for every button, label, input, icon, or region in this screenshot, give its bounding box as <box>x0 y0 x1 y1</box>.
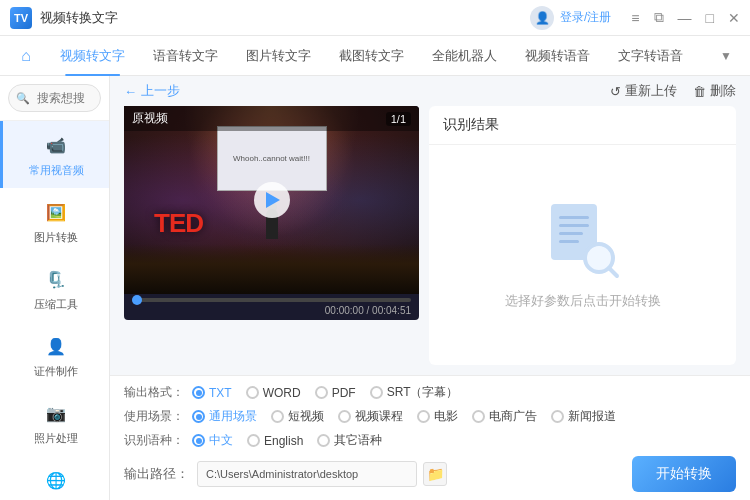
result-header: 识别结果 <box>429 106 736 145</box>
audience-area <box>124 244 419 294</box>
sidebar-item-compress[interactable]: 🗜️ 压缩工具 <box>0 255 109 322</box>
svg-rect-4 <box>559 240 579 243</box>
video-title-label: 原视频 <box>132 110 168 127</box>
back-button[interactable]: ← 上一步 <box>124 82 180 100</box>
sidebar-item-translate[interactable]: 🌐 全能翻译 <box>0 456 109 500</box>
format-srt[interactable]: SRT（字幕） <box>370 384 459 401</box>
lang-other-radio[interactable] <box>317 434 330 447</box>
format-txt[interactable]: TXT <box>192 386 232 400</box>
scene-general-label: 通用场景 <box>209 408 257 425</box>
video-progress-dot <box>132 295 142 305</box>
reupload-button[interactable]: ↺ 重新上传 <box>610 82 677 100</box>
compress-icon: 🗜️ <box>42 265 70 293</box>
scene-movie-label: 电影 <box>434 408 458 425</box>
scene-movie-radio[interactable] <box>417 410 430 423</box>
delete-button[interactable]: 🗑 删除 <box>693 82 736 100</box>
menu-icon[interactable]: ≡ <box>631 10 639 26</box>
home-tab[interactable]: ⌂ <box>10 40 42 72</box>
lang-chinese[interactable]: 中文 <box>192 432 233 449</box>
sidebar-label-id: 证件制作 <box>34 364 78 379</box>
scene-course[interactable]: 视频课程 <box>338 408 403 425</box>
copy-icon[interactable]: ⧉ <box>654 9 664 26</box>
folder-button[interactable]: 📁 <box>423 462 447 486</box>
scene-label: 使用场景： <box>124 408 184 425</box>
search-input[interactable] <box>8 84 101 112</box>
path-row: 输出路径： 📁 开始转换 <box>124 456 736 492</box>
tab-image-to-text[interactable]: 图片转文字 <box>232 36 325 76</box>
sidebar-item-photo[interactable]: 📷 照片处理 <box>0 389 109 456</box>
sidebar-item-id[interactable]: 👤 证件制作 <box>0 322 109 389</box>
video-progress-bar[interactable] <box>132 298 411 302</box>
main-layout: 📹 常用视音频 🖼️ 图片转换 🗜️ 压缩工具 👤 证件制作 📷 照片处理 🌐 … <box>0 76 750 500</box>
lang-row: 识别语种： 中文 English 其它语种 <box>124 432 736 449</box>
back-arrow-icon: ← <box>124 84 137 99</box>
scene-movie[interactable]: 电影 <box>417 408 458 425</box>
sidebar-item-video[interactable]: 📹 常用视音频 <box>0 121 109 188</box>
scene-radio-group: 通用场景 短视频 视频课程 电影 <box>192 408 616 425</box>
lang-chinese-label: 中文 <box>209 432 233 449</box>
lang-english-radio[interactable] <box>247 434 260 447</box>
avatar: 👤 <box>530 6 554 30</box>
tab-video-to-audio[interactable]: 视频转语音 <box>511 36 604 76</box>
path-input[interactable] <box>197 461 417 487</box>
video-container[interactable]: 原视频 1/1 Whooh..cannot wait!!! TED <box>124 106 419 294</box>
format-pdf-label: PDF <box>332 386 356 400</box>
scene-news-radio[interactable] <box>551 410 564 423</box>
photo-icon: 📷 <box>42 399 70 427</box>
tab-video-to-text[interactable]: 视频转文字 <box>46 36 139 76</box>
video-progress-container: 00:00:00 / 00:04:51 <box>124 294 419 320</box>
scene-short-radio[interactable] <box>271 410 284 423</box>
minimize-button[interactable]: — <box>678 10 692 26</box>
scene-short[interactable]: 短视频 <box>271 408 324 425</box>
format-txt-radio[interactable] <box>192 386 205 399</box>
lang-other[interactable]: 其它语种 <box>317 432 382 449</box>
path-input-wrap: 📁 <box>197 461 447 487</box>
play-button[interactable] <box>254 182 290 218</box>
tab-screenshot-to-text[interactable]: 截图转文字 <box>325 36 418 76</box>
app-logo: TV <box>10 7 32 29</box>
scene-news[interactable]: 新闻报道 <box>551 408 616 425</box>
start-convert-button[interactable]: 开始转换 <box>632 456 736 492</box>
result-empty-state: 选择好参数后点击开始转换 <box>429 145 736 365</box>
scene-ecommerce-radio[interactable] <box>472 410 485 423</box>
scene-general[interactable]: 通用场景 <box>192 408 257 425</box>
slide-text: Whooh..cannot wait!!! <box>233 154 310 163</box>
scene-general-radio[interactable] <box>192 410 205 423</box>
sidebar-item-image[interactable]: 🖼️ 图片转换 <box>0 188 109 255</box>
reupload-label: 重新上传 <box>625 82 677 100</box>
window-controls[interactable]: ≡ ⧉ — □ ✕ <box>631 9 740 26</box>
lang-chinese-radio[interactable] <box>192 434 205 447</box>
ted-logo: TED <box>154 208 203 239</box>
scene-course-radio[interactable] <box>338 410 351 423</box>
lang-english[interactable]: English <box>247 434 303 448</box>
svg-rect-2 <box>559 224 589 227</box>
tab-robot[interactable]: 全能机器人 <box>418 36 511 76</box>
nav-more-button[interactable]: ▼ <box>712 42 740 70</box>
app-title: 视频转换文字 <box>40 9 530 27</box>
sidebar-search-area <box>0 76 109 121</box>
format-txt-label: TXT <box>209 386 232 400</box>
work-panel: 原视频 1/1 Whooh..cannot wait!!! TED <box>110 106 750 375</box>
path-label: 输出路径： <box>124 465 189 483</box>
format-srt-radio[interactable] <box>370 386 383 399</box>
video-icon: 📹 <box>42 131 70 159</box>
video-header-bar: 原视频 1/1 <box>124 106 419 131</box>
sidebar: 📹 常用视音频 🖼️ 图片转换 🗜️ 压缩工具 👤 证件制作 📷 照片处理 🌐 … <box>0 76 110 500</box>
scene-ecommerce[interactable]: 电商广告 <box>472 408 537 425</box>
translate-icon: 🌐 <box>42 466 70 494</box>
format-pdf-radio[interactable] <box>315 386 328 399</box>
tab-audio-to-text[interactable]: 语音转文字 <box>139 36 232 76</box>
sidebar-label-photo: 照片处理 <box>34 431 78 446</box>
tab-text-to-audio[interactable]: 文字转语音 <box>604 36 697 76</box>
format-word[interactable]: WORD <box>246 386 301 400</box>
format-pdf[interactable]: PDF <box>315 386 356 400</box>
content-toolbar: ← 上一步 ↺ 重新上传 🗑 删除 <box>110 76 750 106</box>
toolbar-right: ↺ 重新上传 🗑 删除 <box>610 82 736 100</box>
maximize-button[interactable]: □ <box>706 10 714 26</box>
scene-news-label: 新闻报道 <box>568 408 616 425</box>
close-button[interactable]: ✕ <box>728 10 740 26</box>
format-word-radio[interactable] <box>246 386 259 399</box>
login-button[interactable]: 登录/注册 <box>560 9 611 26</box>
user-area[interactable]: 👤 登录/注册 <box>530 6 611 30</box>
scene-ecommerce-label: 电商广告 <box>489 408 537 425</box>
